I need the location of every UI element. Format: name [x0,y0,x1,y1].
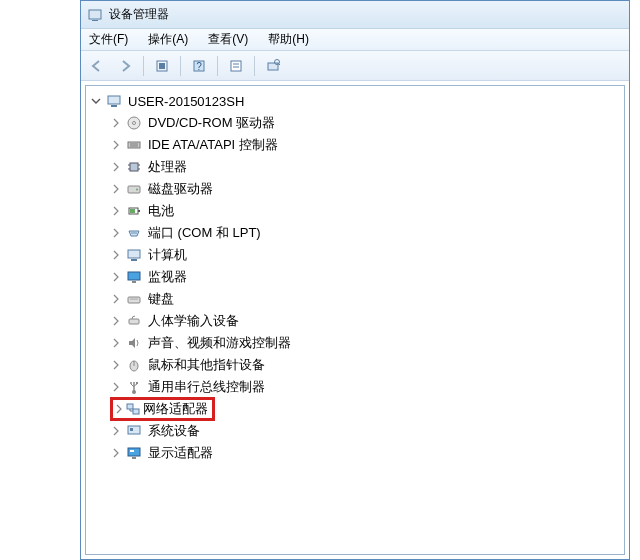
tree-item-computer[interactable]: 计算机 [110,244,624,266]
toolbar-forward-button[interactable] [113,54,137,78]
toolbar-help-button[interactable]: ? [187,54,211,78]
toolbar: ? [81,51,629,81]
menu-help[interactable]: 帮助(H) [264,29,313,50]
svg-rect-12 [108,96,120,104]
titlebar: 设备管理器 [81,1,629,29]
tree-item-ports[interactable]: 端口 (COM 和 LPT) [110,222,624,244]
expander-icon[interactable] [110,205,122,217]
svg-rect-6 [231,61,241,71]
tree-item-disk[interactable]: 磁盘驱动器 [110,178,624,200]
tree-item-label: 显示适配器 [146,444,215,462]
expander-icon[interactable] [110,359,122,371]
computer-icon [126,247,142,263]
tree-item-system[interactable]: 系统设备 [110,420,624,442]
toolbar-properties-button[interactable] [224,54,248,78]
expander-icon[interactable] [110,161,122,173]
tree-item-label: 端口 (COM 和 LPT) [146,224,263,242]
tree-item-label: 磁盘驱动器 [146,180,215,198]
toolbar-back-button[interactable] [85,54,109,78]
tree-item-ide[interactable]: IDE ATA/ATAPI 控制器 [110,134,624,156]
svg-rect-34 [128,272,140,280]
tree-item-label: 键盘 [146,290,176,308]
expander-icon[interactable] [110,227,122,239]
tree-item-label: 声音、视频和游戏控制器 [146,334,293,352]
tree-item-label: IDE ATA/ATAPI 控制器 [146,136,280,154]
tree-item-keyboard[interactable]: 键盘 [110,288,624,310]
hid-icon [126,313,142,329]
svg-point-25 [136,189,138,191]
svg-text:?: ? [196,61,202,72]
toolbar-show-hidden-button[interactable] [150,54,174,78]
svg-rect-41 [129,319,139,324]
menu-file[interactable]: 文件(F) [85,29,132,50]
expander-icon[interactable] [110,183,122,195]
tree-item-sound[interactable]: 声音、视频和游戏控制器 [110,332,624,354]
tree-item-monitor[interactable]: 监视器 [110,266,624,288]
display-icon [126,445,142,461]
expander-icon[interactable] [110,139,122,151]
ide-icon [126,137,142,153]
svg-rect-13 [111,105,117,107]
network-icon [125,401,141,417]
svg-point-31 [135,232,137,234]
svg-point-38 [132,298,133,299]
toolbar-scan-button[interactable] [261,54,285,78]
svg-rect-33 [131,259,137,261]
svg-point-47 [130,382,132,384]
svg-rect-51 [130,428,133,431]
toolbar-separator [217,56,218,76]
tree-item-mouse[interactable]: 鼠标和其他指针设备 [110,354,624,376]
tree-item-battery[interactable]: 电池 [110,200,624,222]
expander-icon[interactable] [110,381,122,393]
tree-item-label: 计算机 [146,246,189,264]
toolbar-separator [254,56,255,76]
svg-rect-24 [128,186,140,193]
tree-root-label: USER-20150123SH [126,94,246,109]
svg-point-15 [133,122,136,125]
expander-icon[interactable] [110,249,122,261]
svg-rect-36 [128,297,140,303]
tree-item-cpu[interactable]: 处理器 [110,156,624,178]
svg-rect-27 [138,210,140,212]
expander-icon[interactable] [110,293,122,305]
expander-icon[interactable] [110,425,122,437]
monitor-icon [126,269,142,285]
tree-item-usb[interactable]: 通用串行总线控制器 [110,376,624,398]
expander-icon[interactable] [110,447,122,459]
tree-item-hid[interactable]: 人体学输入设备 [110,310,624,332]
menu-action[interactable]: 操作(A) [144,29,192,50]
tree-item-label: DVD/CD-ROM 驱动器 [146,114,277,132]
keyboard-icon [126,291,142,307]
expander-icon[interactable] [110,337,122,349]
tree-children: DVD/CD-ROM 驱动器 IDE ATA/ATAPI 控制器 处理器 磁盘驱… [90,112,624,464]
expander-icon[interactable] [110,315,122,327]
svg-rect-28 [130,209,135,213]
svg-rect-32 [128,250,140,258]
toolbar-separator [143,56,144,76]
device-tree-pane[interactable]: USER-20150123SH DVD/CD-ROM 驱动器 IDE ATA/A… [85,85,625,555]
svg-rect-0 [89,10,101,19]
expander-icon[interactable] [110,271,122,283]
device-tree: USER-20150123SH DVD/CD-ROM 驱动器 IDE ATA/A… [90,90,624,464]
window-title: 设备管理器 [109,6,169,23]
disk-icon [126,181,142,197]
svg-rect-54 [132,457,136,459]
tree-item-label: 鼠标和其他指针设备 [146,356,267,374]
battery-icon [126,203,142,219]
device-manager-window: 设备管理器 文件(F) 操作(A) 查看(V) 帮助(H) ? [80,0,630,560]
tree-item-dvd[interactable]: DVD/CD-ROM 驱动器 [110,112,624,134]
tree-item-label: 人体学输入设备 [146,312,241,330]
expander-icon[interactable] [90,95,102,107]
svg-rect-48 [127,404,133,409]
mouse-icon [126,357,142,373]
expander-icon[interactable] [110,117,122,129]
tree-root-node[interactable]: USER-20150123SH [90,90,624,112]
tree-item-display[interactable]: 显示适配器 [110,442,624,464]
svg-rect-46 [136,382,138,384]
svg-rect-49 [133,409,139,414]
menu-view[interactable]: 查看(V) [204,29,252,50]
expander-icon[interactable] [113,403,125,415]
tree-item-network[interactable]: 网络适配器 [110,398,624,420]
tree-item-label: 处理器 [146,158,189,176]
tree-item-label: 通用串行总线控制器 [146,378,267,396]
